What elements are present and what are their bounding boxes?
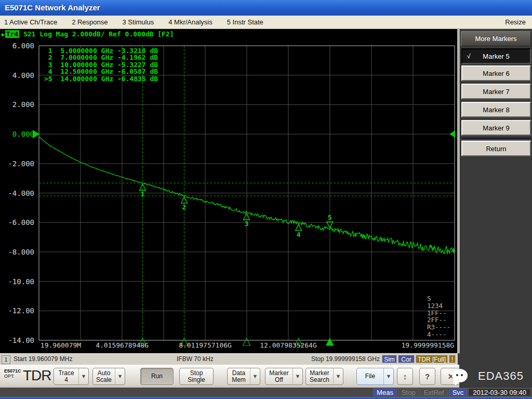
softkey-return[interactable]: Return xyxy=(461,141,531,156)
button-label: AutoScale xyxy=(93,370,115,383)
window-title: E5071C Network Analyzer xyxy=(5,3,100,12)
svg-text:2FF--: 2FF-- xyxy=(427,316,447,324)
menu-response[interactable]: 2 Response xyxy=(64,18,115,26)
svg-text:4.000: 4.000 xyxy=(12,71,34,79)
button-label: DataMem xyxy=(228,370,250,383)
menu-bar: 1 Active Ch/Trace 2 Response 3 Stimulus … xyxy=(0,16,532,29)
svg-text:2: 2 xyxy=(182,203,187,211)
tdr-badge: TDR [Full] xyxy=(416,355,448,363)
channel-status-inner: 1 Start 19.960079 MHz IFBW 70 kHz Stop 1… xyxy=(0,353,458,365)
toolbar: E5071C OPT. TDR Trace4 ▼ AutoScale ▼ Run… xyxy=(0,365,532,388)
logo-tdr: TDR xyxy=(23,367,51,384)
data-mem-button[interactable]: DataMem ▼ xyxy=(227,368,260,385)
svg-text:1: 1 xyxy=(140,190,144,198)
svg-text:5: 5 xyxy=(328,214,332,221)
marker-table-row: 2 7.0000000 GHz -4.1962 dB xyxy=(44,54,158,61)
softkey-menu-title: More Markers xyxy=(461,31,531,46)
menu-resize[interactable]: Resize xyxy=(498,18,532,26)
stop-single-button[interactable]: StopSingle xyxy=(179,368,214,385)
svg-text:19.999999158G: 19.999999158G xyxy=(401,341,454,349)
file-button[interactable]: File ▼ xyxy=(356,368,394,385)
sim-badge: Sim xyxy=(382,355,397,363)
window-title-bar: E5071C Network Analyzer xyxy=(0,0,532,16)
status-svc: Svc xyxy=(449,388,468,396)
help-button[interactable]: ? xyxy=(419,368,435,385)
svg-text:1234: 1234 xyxy=(427,302,443,310)
dropdown-arrow-icon[interactable]: ▼ xyxy=(250,368,260,384)
softkey-label: Marker 6 xyxy=(483,70,509,77)
dropdown-arrow-icon[interactable]: ▼ xyxy=(333,368,343,384)
status-datetime: 2012-03-30 09:40 xyxy=(468,388,531,396)
softkey-label: Marker 7 xyxy=(483,88,509,96)
instrument-logo: E5071C OPT. xyxy=(4,368,21,379)
svg-text:-6.000: -6.000 xyxy=(8,218,34,227)
menu-stimulus[interactable]: 3 Stimulus xyxy=(115,18,162,26)
svg-text:6.000: 6.000 xyxy=(12,42,34,50)
svg-text:8.0119757106G: 8.0119757106G xyxy=(179,341,232,349)
svg-text:4: 4 xyxy=(451,247,455,255)
button-label: Trace4 xyxy=(54,370,78,383)
softkey-marker-9[interactable]: Marker 9 xyxy=(461,120,531,136)
softkey-marker-7[interactable]: Marker 7 xyxy=(461,84,531,99)
svg-text:-2.000: -2.000 xyxy=(8,159,34,168)
svg-text:4: 4 xyxy=(297,231,301,238)
ifbw-value: IFBW 70 kHz xyxy=(177,355,214,363)
taskbar-edge xyxy=(0,397,532,399)
svg-text:-4.000: -4.000 xyxy=(8,189,34,197)
status-extref: ExtRef xyxy=(420,388,448,396)
check-icon: √ xyxy=(467,52,471,60)
dropdown-arrow-icon[interactable]: ▼ xyxy=(383,368,393,384)
status-meas: Meas xyxy=(373,388,397,396)
run-button[interactable]: Run xyxy=(140,368,174,385)
channel-number: 1 xyxy=(2,355,10,364)
svg-text:-10.00: -10.00 xyxy=(8,277,34,286)
softkey-label: Return xyxy=(486,145,506,153)
marker-table-row: >5 14.000000 GHz -6.4835 dB xyxy=(44,75,158,82)
eda365-logo-icon xyxy=(452,369,468,382)
softkey-marker-8[interactable]: Marker 8 xyxy=(461,102,531,117)
svg-text:-8.000: -8.000 xyxy=(8,248,34,256)
status-stop: Stop xyxy=(398,388,419,396)
marker-table-row: 4 12.500000 GHz -6.0587 dB xyxy=(44,68,158,75)
updown-arrow-icon: ↕ xyxy=(403,373,407,380)
svg-text:3: 3 xyxy=(245,220,249,228)
button-label: StopSingle xyxy=(180,370,213,383)
dropdown-arrow-icon[interactable]: ▼ xyxy=(78,368,88,384)
button-label: MarkerOff xyxy=(265,370,292,383)
alert-badge: ! xyxy=(449,355,456,363)
marker-off-button[interactable]: MarkerOff ▼ xyxy=(265,368,303,385)
svg-text:4.0159678948G: 4.0159678948G xyxy=(96,341,149,349)
auto-scale-button[interactable]: AutoScale ▼ xyxy=(92,368,125,385)
softkey-marker-6[interactable]: Marker 6 xyxy=(461,65,531,81)
dropdown-arrow-icon[interactable]: ▼ xyxy=(115,368,125,384)
logo-model: E5071C xyxy=(4,368,21,374)
button-label: Run xyxy=(141,373,173,380)
marker-table-row: 3 10.000000 GHz -5.3227 dB xyxy=(44,61,158,68)
button-label: MarkerSearch xyxy=(306,370,333,383)
menu-mkr-analysis[interactable]: 4 Mkr/Analysis xyxy=(161,18,220,26)
button-label: File xyxy=(357,373,383,380)
channel-status-bar: 1 Start 19.960079 MHz IFBW 70 kHz Stop 1… xyxy=(0,353,532,365)
marker-search-button[interactable]: MarkerSearch ▼ xyxy=(305,368,343,385)
menu-instr-state[interactable]: 5 Instr State xyxy=(220,18,271,26)
eda365-watermark: EDA365 xyxy=(459,365,532,388)
svg-text:S: S xyxy=(427,295,431,302)
menu-active-ch-trace[interactable]: 1 Active Ch/Trace xyxy=(0,18,64,26)
updown-button[interactable]: ↕ xyxy=(397,368,413,385)
stop-frequency: Stop 19.999999158 GHz xyxy=(290,355,380,363)
softkey-marker-5[interactable]: √ Marker 5 xyxy=(461,48,531,64)
system-status-bar: Meas Stop ExtRef Svc 2012-03-30 09:40 xyxy=(0,388,532,397)
dropdown-arrow-icon[interactable]: ▼ xyxy=(292,368,302,384)
svg-text:-14.00: -14.00 xyxy=(8,336,34,344)
svg-text:1FF--: 1FF-- xyxy=(427,309,447,317)
marker-table-row: 1 5.0000000 GHz -3.3218 dB xyxy=(44,47,158,54)
softkey-label: Marker 5 xyxy=(483,52,509,60)
svg-text:12.0079835264G: 12.0079835264G xyxy=(260,341,317,349)
cor-badge: Cor xyxy=(398,355,415,363)
logo-opt: OPT. xyxy=(4,374,21,379)
softkey-label: Marker 9 xyxy=(483,124,509,132)
trace-select-button[interactable]: Trace4 ▼ xyxy=(54,368,89,385)
eda365-text: EDA365 xyxy=(478,369,524,383)
e5071c-window: E5071C Network Analyzer 1 Active Ch/Trac… xyxy=(0,0,532,399)
instrument-screen: 4123456.0004.0002.0000.000-2.000-4.000-6… xyxy=(0,29,532,353)
